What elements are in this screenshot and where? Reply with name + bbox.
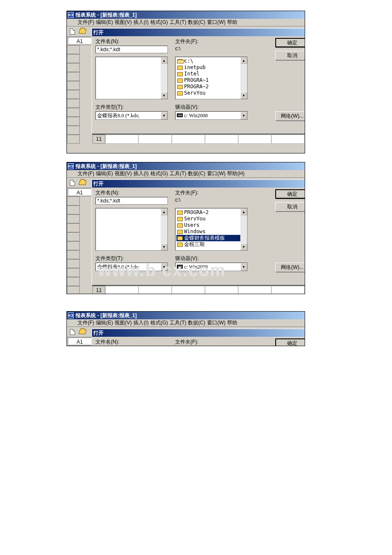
menu-item[interactable]: 工具(T)	[170, 19, 186, 26]
scroll-up-button[interactable]: ▲	[161, 57, 167, 64]
cell[interactable]	[205, 346, 238, 346]
menu-item[interactable]: 插入(I)	[133, 319, 148, 327]
cell[interactable]	[138, 346, 172, 346]
folder-list-item[interactable]: PROGRA~2	[176, 84, 246, 90]
folder-listbox[interactable]: ▲▼PROGRA~2ServYouUsersWindows金蝶财务报表模板金税三…	[175, 208, 248, 251]
new-file-button[interactable]	[68, 328, 77, 336]
menu-item[interactable]: 工具(T)	[170, 319, 186, 327]
ok-button[interactable]: 确定	[275, 38, 305, 47]
cell[interactable]	[271, 135, 305, 144]
new-file-button[interactable]	[68, 179, 77, 187]
chevron-down-icon[interactable]: ▼	[161, 263, 167, 271]
menu-item[interactable]: 帮助(H)	[227, 170, 245, 177]
filetype-dropdown[interactable]: 金蝶报表8.0 (*.kds;▼	[95, 263, 168, 271]
scroll-up-button[interactable]: ▲	[240, 208, 247, 215]
folder-list-item[interactable]: c:\	[176, 58, 246, 64]
menu-item[interactable]: 文件(F)	[78, 319, 94, 327]
cell[interactable]	[138, 286, 172, 294]
menu-item[interactable]: 数据(C)	[188, 19, 205, 26]
scroll-down-button[interactable]: ▼	[240, 243, 247, 250]
cell-reference-box[interactable]: A1	[68, 338, 92, 345]
menu-item[interactable]: 数据(C)	[188, 170, 205, 177]
chevron-down-icon[interactable]: ▼	[240, 263, 247, 271]
cell[interactable]	[205, 286, 238, 294]
network-button[interactable]: 网络(W)...	[275, 111, 305, 121]
scrollbar-track[interactable]	[240, 64, 247, 92]
scrollbar-track[interactable]	[161, 64, 167, 92]
row-header[interactable]: 11	[92, 135, 105, 144]
folder-listbox[interactable]: ▲▼c:\inetpubIntelPROGRA~1PROGRA~2ServYou	[175, 57, 248, 99]
drive-dropdown[interactable]: c: Win2008▼	[175, 111, 248, 120]
new-file-button[interactable]	[68, 27, 77, 36]
menu-item[interactable]: 帮助	[227, 19, 237, 26]
menu-item[interactable]: 格式(G)	[150, 319, 168, 327]
cell[interactable]	[205, 135, 238, 144]
row-header[interactable]: 11	[92, 286, 105, 294]
menu-item[interactable]: 文件(F)	[78, 170, 94, 177]
dialog-close-button[interactable]: ✕	[305, 29, 305, 35]
menu-item[interactable]: 插入(I)	[133, 19, 148, 26]
menu-item[interactable]: 视图(V)	[115, 170, 132, 177]
menu-item[interactable]: 数据(C)	[188, 319, 205, 327]
dialog-close-button[interactable]: ✕	[305, 330, 305, 336]
cell-reference-box[interactable]: A1	[68, 188, 92, 196]
open-file-button[interactable]	[78, 328, 87, 336]
scroll-down-button[interactable]: ▼	[240, 92, 247, 99]
menu-item[interactable]: 格式(G)	[150, 19, 168, 26]
menu-item[interactable]: 窗口(W)	[207, 170, 225, 177]
cell[interactable]	[138, 135, 172, 144]
row-header[interactable]: 1	[92, 346, 105, 346]
folder-list-item[interactable]: PROGRA~2	[176, 209, 246, 216]
filetype-dropdown[interactable]: 金蝶报表8.0 (*.kds;▼	[95, 111, 168, 120]
file-listbox[interactable]: ▲▼	[95, 57, 168, 99]
menu-item[interactable]: 编辑(E)	[96, 170, 113, 177]
scrollbar-track[interactable]	[240, 215, 247, 243]
scroll-down-button[interactable]: ▼	[161, 92, 167, 99]
folder-list-item[interactable]: 金税三期	[176, 241, 246, 248]
cancel-button[interactable]: 取消	[275, 202, 305, 211]
folder-list-item[interactable]: ServYou	[176, 216, 246, 222]
cell[interactable]	[238, 346, 271, 346]
folder-list-item[interactable]: inetpub	[176, 64, 246, 71]
ok-button[interactable]: 确定	[275, 338, 305, 346]
folder-list-item[interactable]: 金蝶财务报表模板	[176, 235, 246, 241]
scroll-up-button[interactable]: ▲	[240, 57, 247, 64]
menu-item[interactable]: 编辑(E)	[96, 19, 113, 26]
filename-input[interactable]: *.kds;*.kdt	[95, 46, 168, 53]
filename-input[interactable]: *.kds;*.kdt	[95, 197, 168, 205]
folder-list-item[interactable]: Intel	[176, 71, 246, 77]
folder-list-item[interactable]: PROGRA~1	[176, 77, 246, 84]
chevron-down-icon[interactable]: ▼	[240, 112, 247, 119]
menu-item[interactable]: 视图(V)	[115, 19, 132, 26]
scroll-down-button[interactable]: ▼	[161, 243, 167, 250]
ok-button[interactable]: 确定	[275, 189, 305, 199]
cancel-button[interactable]: 取消	[275, 51, 305, 60]
cell-reference-box[interactable]: A1	[68, 37, 92, 44]
drive-dropdown[interactable]: c: Win2008▼	[175, 263, 248, 271]
scrollbar-track[interactable]	[161, 215, 167, 243]
cell[interactable]	[105, 346, 138, 346]
folder-list-item[interactable]: Users	[176, 222, 246, 228]
menu-item[interactable]: 工具(T)	[170, 170, 186, 177]
folder-list-item[interactable]: Windows	[176, 228, 246, 235]
menu-item[interactable]: 视图(V)	[115, 319, 132, 327]
network-button[interactable]: 网络(W)...	[275, 263, 305, 272]
cell[interactable]	[172, 346, 205, 346]
folder-list-item[interactable]: ServYou	[176, 90, 246, 96]
menu-item[interactable]: 文件(F)	[78, 19, 94, 26]
cell[interactable]	[105, 135, 138, 144]
dialog-close-button[interactable]: ✕	[305, 181, 305, 187]
menu-item[interactable]: 编辑(E)	[96, 319, 113, 327]
scroll-up-button[interactable]: ▲	[161, 208, 167, 215]
cell[interactable]	[271, 346, 305, 346]
menu-item[interactable]: 窗口(W)	[207, 319, 225, 327]
cell[interactable]	[172, 135, 205, 144]
cell[interactable]	[172, 286, 205, 294]
menu-item[interactable]: 插入(I)	[133, 170, 148, 177]
menu-item[interactable]: 帮助	[227, 319, 237, 327]
cell[interactable]	[271, 286, 305, 294]
menu-item[interactable]: 格式(G)	[150, 170, 168, 177]
menu-item[interactable]: 窗口(W)	[207, 19, 225, 26]
file-listbox[interactable]: ▲▼	[95, 208, 168, 251]
open-file-button[interactable]	[78, 27, 87, 36]
